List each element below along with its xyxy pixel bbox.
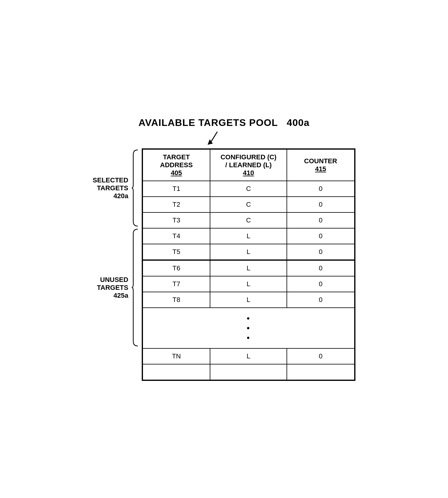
cell-empty-3 [287, 364, 355, 380]
cell-type: L [210, 244, 287, 260]
unused-targets-label: UNUSED TARGETS 425a [97, 276, 128, 300]
unused-brace-icon [130, 228, 139, 347]
cell-type: L [210, 292, 287, 308]
cell-type: C [210, 197, 287, 212]
cell-address: T7 [143, 276, 210, 292]
pool-title-text: AVAILABLE TARGETS POOL [138, 117, 278, 128]
cell-counter: 0 [287, 197, 355, 212]
cell-type: C [210, 181, 287, 197]
col-config-number: 410 [243, 169, 254, 177]
table-row: T4 L 0 [143, 228, 355, 244]
cell-type: L [210, 348, 287, 364]
selected-label-line2: TARGETS [93, 184, 128, 192]
unused-label-line2: TARGETS [97, 284, 128, 292]
table-row-last-selected: T5 L 0 [143, 244, 355, 260]
col-counter-number: 415 [315, 165, 326, 173]
table-row: T3 C 0 [143, 212, 355, 228]
cell-address: T2 [143, 197, 210, 212]
cell-counter: 0 [287, 292, 355, 308]
cell-counter: 0 [287, 276, 355, 292]
main-table: TARGET ADDRESS 405 CONFIGURED (C) / LEAR… [142, 149, 355, 380]
cell-counter: 0 [287, 181, 355, 197]
selected-label-number: 420a [93, 192, 128, 200]
cell-empty-2 [210, 364, 287, 380]
table-row: T2 C 0 [143, 197, 355, 212]
cell-address: T4 [143, 228, 210, 244]
table-row: T1 C 0 [143, 181, 355, 197]
col-config-line1: CONFIGURED (C) [220, 153, 277, 161]
dots-cell: ••• [143, 308, 355, 348]
pool-title-number: 400a [287, 117, 310, 128]
cell-empty-1 [143, 364, 210, 380]
cell-counter: 0 [287, 212, 355, 228]
page-container: AVAILABLE TARGETS POOL 400a SELECTED [0, 0, 448, 498]
table-row-dots: ••• [143, 308, 355, 348]
table-row-empty [143, 364, 355, 380]
table-area: TARGET ADDRESS 405 CONFIGURED (C) / LEAR… [142, 148, 355, 381]
unused-label-number: 425a [97, 292, 128, 300]
selected-targets-label: SELECTED TARGETS 420a [93, 176, 128, 200]
cell-type: L [210, 228, 287, 244]
cell-address: T5 [143, 244, 210, 260]
col-header-configured: CONFIGURED (C) / LEARNED (L) 410 [210, 149, 287, 181]
col-address-number: 405 [171, 169, 182, 177]
col-config-line2: / LEARNED (L) [225, 161, 272, 169]
unused-targets-group: UNUSED TARGETS 425a [97, 228, 139, 347]
cell-counter: 0 [287, 228, 355, 244]
unused-label-line1: UNUSED [97, 276, 128, 284]
cell-address: TN [143, 348, 210, 364]
table-row: T6 L 0 [143, 260, 355, 276]
cell-address: T8 [143, 292, 210, 308]
cell-counter: 0 [287, 244, 355, 260]
selected-label-line1: SELECTED [93, 176, 128, 184]
table-row: T7 L 0 [143, 276, 355, 292]
table-body: T1 C 0 T2 C 0 T3 C 0 [143, 181, 355, 380]
header-row: TARGET ADDRESS 405 CONFIGURED (C) / LEAR… [143, 149, 355, 181]
col-header-counter: COUNTER 415 [287, 149, 355, 181]
cell-address: T3 [143, 212, 210, 228]
col-header-address: TARGET ADDRESS 405 [143, 149, 210, 181]
col-address-line1: TARGET [163, 153, 190, 161]
cell-counter: 0 [287, 260, 355, 276]
selected-targets-group: SELECTED TARGETS 420a [93, 148, 139, 228]
pool-title-area: AVAILABLE TARGETS POOL 400a [138, 117, 310, 145]
col-address-line2: ADDRESS [160, 161, 193, 169]
pool-title: AVAILABLE TARGETS POOL 400a [138, 117, 310, 128]
labels-column: SELECTED TARGETS 420a UNUSED [93, 148, 139, 381]
col-counter-line1: COUNTER [304, 157, 337, 165]
cell-address: T6 [143, 260, 210, 276]
cell-counter: 0 [287, 348, 355, 364]
cell-address: T1 [143, 181, 210, 197]
cell-type: L [210, 276, 287, 292]
cell-type: L [210, 260, 287, 276]
table-row: T8 L 0 [143, 292, 355, 308]
cell-type: C [210, 212, 287, 228]
table-row-tn: TN L 0 [143, 348, 355, 364]
diagram-wrapper: AVAILABLE TARGETS POOL 400a SELECTED [93, 117, 355, 381]
main-content: SELECTED TARGETS 420a UNUSED [93, 148, 355, 381]
arrow-icon [205, 130, 223, 145]
selected-brace-icon [130, 148, 139, 228]
